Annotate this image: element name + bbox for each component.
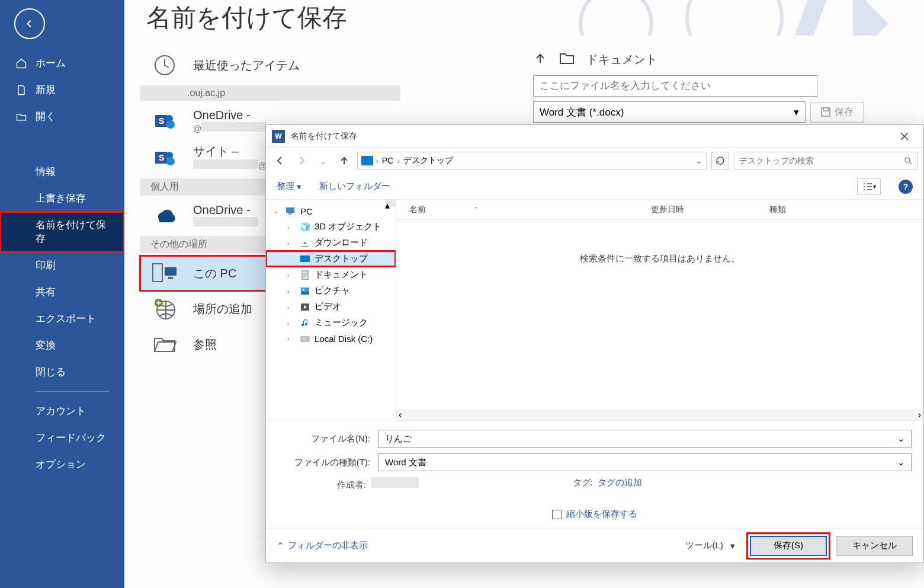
addr-dropdown-icon[interactable]: ⌄ (695, 156, 702, 165)
sort-indicator-icon[interactable]: ⌃ (473, 206, 479, 213)
tree-downloads[interactable]: ›ダウンロード (266, 235, 396, 251)
refresh-button[interactable] (711, 152, 729, 170)
nav-options[interactable]: オプション (0, 451, 124, 478)
filetype-label: ファイルの種類(T): (278, 457, 378, 468)
domain-banner: .ouj.ac.jp (140, 85, 400, 101)
tree-3d-objects[interactable]: ›🧊3D オブジェクト (266, 219, 396, 235)
dialog-toolbar: 整理 ▾ 新しいフォルダー ▾ ? (266, 174, 923, 200)
new-folder-button[interactable]: 新しいフォルダー (319, 181, 390, 192)
svg-rect-14 (168, 277, 173, 279)
close-button[interactable] (891, 127, 917, 146)
dialog-title: 名前を付けて保存 (291, 131, 891, 142)
filename-input[interactable]: りんご⌄ (378, 430, 912, 448)
cancel-button[interactable]: キャンセル (836, 536, 913, 556)
svg-rect-13 (165, 267, 177, 276)
search-box[interactable] (734, 152, 917, 170)
save-dialog: W 名前を付けて保存 ⌄ › PC › デスクトップ ⌄ 整理 ▾ 新しいフォル… (265, 124, 924, 563)
nav-up-icon[interactable] (336, 152, 352, 169)
col-date[interactable]: 更新日時 (651, 204, 769, 215)
thumbnail-label[interactable]: 縮小版を保存する (566, 509, 637, 520)
backstage-sidebar: ホーム 新規 開く 情報 上書き保存 名前を付けて保存 印刷 共有 エクスポート… (0, 0, 124, 588)
chevron-down-icon: ⌃ (277, 541, 284, 551)
addr-pc[interactable]: PC (378, 156, 397, 165)
location-recent[interactable]: 最近使ったアイテム (140, 47, 400, 83)
hide-folders-toggle[interactable]: ⌃フォルダーの非表示 (277, 540, 368, 551)
download-icon (299, 238, 311, 248)
search-input[interactable] (739, 156, 904, 165)
save-button-highlight: 保存(S) (748, 534, 829, 558)
sharepoint-icon: S (152, 145, 178, 171)
back-button[interactable] (14, 8, 45, 39)
video-icon (299, 302, 311, 312)
nav-history-icon[interactable]: ⌄ (315, 152, 331, 169)
nav-convert[interactable]: 変換 (0, 332, 124, 359)
nav-close[interactable]: 閉じる (0, 359, 124, 385)
up-arrow-icon[interactable] (533, 51, 547, 68)
chevron-down-icon: ▾ (794, 106, 799, 119)
chevron-down-icon[interactable]: ⌄ (897, 457, 905, 468)
sharepoint-icon: S (152, 108, 178, 134)
chevron-down-icon[interactable]: ⌄ (897, 433, 905, 444)
tree-pc[interactable]: ⌄ PC (266, 203, 396, 219)
svg-rect-22 (300, 255, 310, 262)
horizontal-scrollbar[interactable]: ‹› (396, 409, 923, 421)
thumbnail-checkbox[interactable] (552, 510, 562, 519)
svg-rect-17 (822, 108, 830, 116)
nav-home[interactable]: ホーム (0, 50, 124, 76)
tag-label: タグ: (573, 477, 593, 487)
collapse-icon[interactable]: ⌄ (273, 207, 281, 215)
filename-label: ファイル名(N): (278, 433, 378, 445)
dialog-navbar: ⌄ › PC › デスクトップ ⌄ (266, 148, 923, 174)
onedrive-icon (152, 203, 178, 229)
nav-feedback[interactable]: フィードバック (0, 424, 124, 451)
search-icon (904, 156, 912, 165)
tree-documents[interactable]: ›ドキュメント (266, 267, 396, 283)
nav-open[interactable]: 開く (0, 103, 124, 130)
folder-icon (559, 52, 575, 68)
chevron-down-icon: ▾ (297, 181, 301, 192)
pc-icon (152, 260, 178, 286)
filetype-select[interactable]: Word 文書⌄ (378, 453, 912, 471)
tag-add-link[interactable]: タグの追加 (598, 477, 642, 487)
organize-menu[interactable]: 整理 ▾ (277, 181, 301, 192)
backstage-save-button[interactable]: 保存 (810, 102, 864, 123)
author-value[interactable] (371, 477, 419, 488)
tree-pictures[interactable]: ›ピクチャ (266, 283, 396, 299)
music-icon (299, 318, 311, 328)
nav-saveas[interactable]: 名前を付けて保存 (0, 212, 124, 252)
nav-print[interactable]: 印刷 (0, 252, 124, 279)
nav-account[interactable]: アカウント (0, 398, 124, 424)
nav-export[interactable]: エクスポート (0, 305, 124, 332)
nav-info[interactable]: 情報 (0, 158, 124, 185)
nav-forward-icon[interactable] (293, 152, 310, 169)
backstage-filename-input[interactable] (533, 75, 817, 97)
folder-open-icon (152, 331, 178, 357)
chevron-down-icon: ▾ (730, 541, 735, 551)
nav-back-icon[interactable] (272, 152, 288, 169)
nav-new[interactable]: 新規 (0, 76, 124, 103)
svg-rect-12 (153, 264, 162, 282)
help-button[interactable]: ? (899, 180, 913, 194)
svg-point-25 (303, 289, 304, 290)
addr-desktop[interactable]: デスクトップ (400, 155, 457, 166)
tools-dropdown[interactable]: ツール(L) ▾ (679, 536, 741, 555)
nav-share[interactable]: 共有 (0, 279, 124, 305)
column-headers: 名前⌃ 更新日時 種類 (396, 200, 923, 220)
address-bar[interactable]: › PC › デスクトップ ⌄ (357, 152, 707, 170)
file-list: 名前⌃ 更新日時 種類 検索条件に一致する項目はありません。 ‹› (396, 200, 923, 421)
save-button[interactable]: 保存(S) (750, 536, 827, 556)
tree-scroll-up[interactable]: ▴ (385, 200, 396, 207)
nav-save[interactable]: 上書き保存 (0, 185, 124, 212)
tree-music[interactable]: ›ミュージック (266, 315, 396, 331)
folder-tree: ▴ ⌄ PC ›🧊3D オブジェクト ›ダウンロード デスクトップ ›ドキュメン… (266, 200, 396, 421)
view-options-button[interactable]: ▾ (857, 178, 881, 195)
tree-desktop[interactable]: デスクトップ (266, 251, 396, 267)
tree-videos[interactable]: ›ビデオ (266, 299, 396, 315)
col-name[interactable]: 名前 (409, 204, 426, 215)
tree-local-disk[interactable]: ›Local Disk (C:) (266, 331, 396, 346)
breadcrumb-folder[interactable]: ドキュメント (586, 52, 657, 68)
col-type[interactable]: 種類 (769, 204, 923, 215)
backstage-filetype-select[interactable]: Word 文書 (*.docx) ▾ (533, 101, 806, 123)
redacted-site (193, 159, 258, 169)
word-app-icon: W (272, 130, 285, 143)
